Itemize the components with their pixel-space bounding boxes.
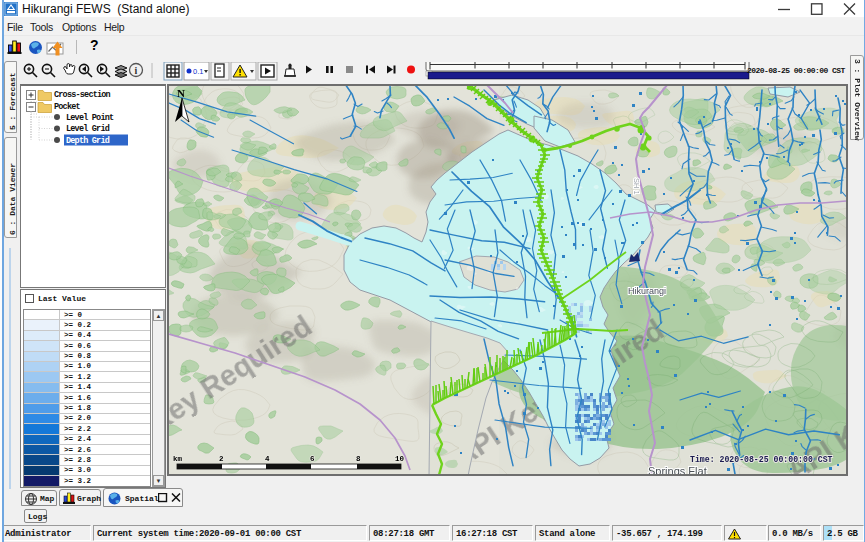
svg-text:2: 2 (219, 455, 224, 463)
svg-text:8: 8 (356, 455, 361, 463)
svg-text:Springs Flat: Springs Flat (648, 465, 707, 475)
svg-text:SH 1: SH 1 (632, 178, 641, 195)
svg-text:i: i (135, 65, 138, 76)
svg-text:6: 6 (310, 455, 315, 463)
svg-text:km: km (173, 455, 183, 463)
svg-text:10: 10 (395, 455, 405, 463)
svg-text:Time: 2020-08-25 00:00:00 CST: Time: 2020-08-25 00:00:00 CST (690, 455, 833, 464)
svg-text:Hikurangi: Hikurangi (628, 286, 666, 296)
svg-text:0.1: 0.1 (193, 67, 203, 76)
svg-text:4: 4 (265, 455, 270, 463)
svg-text:2020-08-25 00:00:00 CST: 2020-08-25 00:00:00 CST (747, 66, 846, 75)
svg-text:N: N (177, 87, 185, 99)
